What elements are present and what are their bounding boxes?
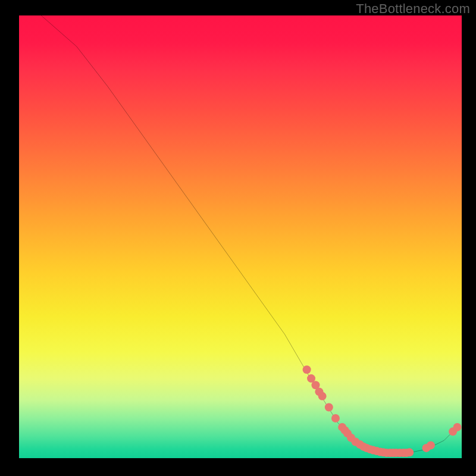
curve-layer <box>19 15 462 458</box>
bottleneck-curve <box>41 15 457 453</box>
marker-dot <box>331 414 340 422</box>
chart-frame: TheBottleneck.com <box>0 0 476 476</box>
marker-dot <box>453 423 462 431</box>
watermark-text: TheBottleneck.com <box>356 1 470 17</box>
marker-dot <box>405 448 414 456</box>
marker-dot <box>303 365 311 374</box>
curve-path <box>41 15 457 453</box>
marker-dot <box>325 403 333 411</box>
highlighted-points <box>303 365 462 457</box>
marker-dot <box>318 392 327 400</box>
plot-area <box>19 15 462 458</box>
marker-dot <box>427 441 435 449</box>
